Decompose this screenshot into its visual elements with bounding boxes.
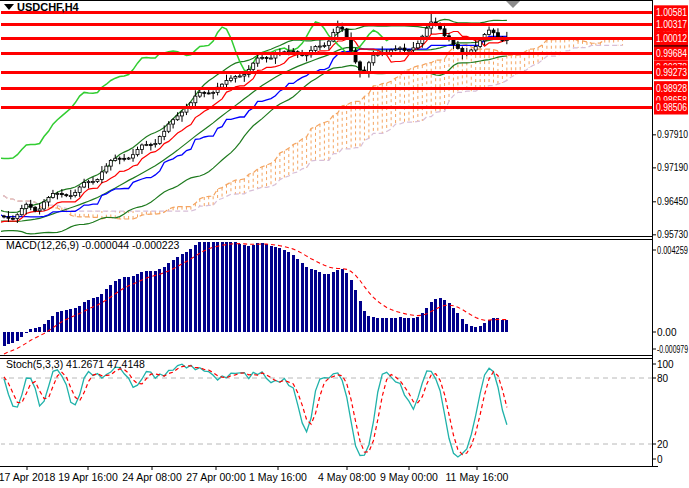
main-price-panel[interactable]	[0, 12, 652, 234]
macd-histogram-bar	[3, 332, 6, 346]
chart-symbol-title: USDCHF,H4	[17, 1, 79, 13]
macd-panel[interactable]	[3, 242, 509, 354]
candle-body	[60, 194, 63, 195]
macd-histogram-bar	[74, 308, 77, 332]
macd-histogram-bar	[439, 298, 442, 332]
macd-histogram-bar	[229, 242, 232, 332]
candle-body	[225, 80, 228, 84]
macd-histogram-bar	[189, 249, 192, 332]
macd-histogram-bar	[212, 242, 215, 332]
macd-axis-tick-label: 0.00	[657, 327, 677, 338]
candle-body	[198, 92, 201, 96]
macd-histogram-bar	[332, 272, 335, 332]
candle-body	[452, 40, 455, 45]
candle-body	[350, 38, 353, 51]
hline-price-label-text: 0.99684	[656, 48, 687, 59]
candle-body	[394, 49, 397, 50]
macd-histogram-bar	[274, 247, 277, 332]
hline-price-label-text: 0.99273	[656, 67, 687, 78]
x-axis-label: 27 Apr 00:00	[186, 471, 246, 483]
macd-histogram-bar	[25, 332, 28, 333]
macd-histogram-bar	[479, 326, 482, 332]
candle-body	[158, 137, 161, 144]
candle-body	[443, 29, 446, 36]
candle-body	[167, 124, 170, 131]
macd-histogram-bar	[87, 300, 90, 332]
hline-price-label-text: 0.98506	[656, 102, 687, 113]
candle-body	[181, 112, 184, 116]
macd-histogram-bar	[100, 294, 103, 332]
candle-body	[234, 77, 237, 79]
macd-histogram-bar	[350, 280, 353, 332]
macd-histogram-bar	[158, 269, 161, 332]
candle-body	[38, 209, 41, 211]
candle-body	[16, 215, 19, 219]
candle-body	[74, 192, 77, 195]
macd-histogram-bar	[336, 270, 339, 332]
macd-histogram-bar	[492, 318, 495, 332]
symbol-dropdown-icon[interactable]	[4, 4, 14, 10]
macd-histogram-bar	[207, 242, 210, 332]
candle-body	[132, 155, 135, 158]
candle-body	[367, 63, 370, 72]
macd-histogram-bar	[51, 316, 54, 332]
candle-body	[149, 145, 152, 146]
macd-histogram-bar	[265, 244, 268, 332]
tenkan-sen-line	[0, 32, 507, 227]
macd-histogram-bar	[305, 267, 308, 332]
candle-body	[287, 51, 290, 52]
macd-histogram-bar	[234, 242, 237, 332]
macd-histogram-bar	[163, 267, 166, 332]
macd-histogram-bar	[296, 259, 299, 332]
macd-histogram-bar	[407, 318, 410, 332]
macd-histogram-bar	[109, 285, 112, 332]
candle-body	[270, 58, 273, 59]
candle-body	[488, 30, 491, 34]
macd-histogram-bar	[474, 327, 477, 332]
macd-histogram-bar	[461, 319, 464, 332]
macd-histogram-bar	[270, 246, 273, 332]
candle-body	[238, 76, 241, 77]
macd-histogram-bar	[359, 301, 362, 332]
macd-histogram-bar	[56, 312, 59, 332]
chart-window: 1.001120.993780.986580.979100.971900.964…	[0, 0, 689, 488]
macd-histogram-bar	[29, 329, 32, 332]
macd-histogram-bar	[198, 242, 201, 332]
candle-body	[65, 195, 68, 196]
candle-body	[456, 45, 459, 49]
candle-body	[492, 30, 495, 33]
candle-body	[109, 160, 112, 166]
stoch-panel[interactable]	[0, 364, 652, 457]
macd-histogram-bar	[452, 308, 455, 332]
candle-body	[425, 28, 428, 36]
candle-body	[83, 182, 86, 187]
macd-signal-line	[4, 244, 507, 354]
candle-body	[78, 187, 81, 192]
candle-body	[92, 182, 95, 183]
x-axis-label: 4 May 08:00	[318, 471, 376, 483]
candle-body	[154, 143, 157, 144]
macd-histogram-bar	[225, 242, 228, 332]
candle-body	[341, 27, 344, 29]
macd-histogram-bar	[261, 243, 264, 332]
candle-body	[56, 194, 59, 195]
macd-histogram-bar	[363, 311, 366, 332]
hline-price-label-text: 1.00317	[656, 19, 687, 30]
macd-histogram-bar	[181, 254, 184, 332]
x-axis-label: 24 Apr 08:00	[122, 471, 182, 483]
candle-body	[399, 48, 402, 49]
candle-body	[336, 27, 339, 32]
candle-body	[51, 194, 54, 198]
macd-histogram-bar	[505, 320, 508, 332]
macd-histogram-bar	[221, 242, 224, 332]
macd-histogram-bar	[43, 324, 46, 332]
candle-body	[323, 45, 326, 46]
candle-body	[20, 209, 23, 215]
macd-histogram-bar	[11, 332, 14, 343]
candle-body	[479, 41, 482, 47]
macd-histogram-bar	[470, 326, 473, 332]
x-axis-label: 17 Apr 2018	[0, 471, 55, 483]
macd-histogram-bar	[278, 248, 281, 332]
macd-histogram-bar	[92, 298, 95, 332]
x-axis-label: 9 May 00:00	[380, 471, 438, 483]
